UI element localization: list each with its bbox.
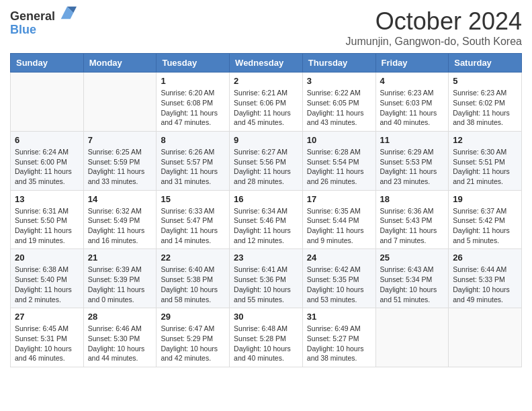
day-cell-4-0: 27Sunrise: 6:45 AM Sunset: 5:31 PM Dayli… [11,308,84,367]
header-monday: Monday [83,54,157,73]
day-number: 16 [234,194,298,204]
day-number: 29 [161,312,225,322]
day-info: Sunrise: 6:42 AM Sunset: 5:35 PM Dayligh… [307,265,371,304]
day-cell-2-1: 14Sunrise: 6:32 AM Sunset: 5:49 PM Dayli… [83,190,157,249]
day-cell-2-0: 13Sunrise: 6:31 AM Sunset: 5:50 PM Dayli… [11,190,84,249]
week-row-4: 20Sunrise: 6:38 AM Sunset: 5:40 PM Dayli… [11,249,522,308]
day-number: 26 [453,253,517,263]
week-row-3: 13Sunrise: 6:31 AM Sunset: 5:50 PM Dayli… [11,190,522,249]
day-cell-0-0 [11,73,84,132]
subtitle: Jumunjin, Gangwon-do, South Korea [346,36,522,48]
header-tuesday: Tuesday [157,54,230,73]
day-info: Sunrise: 6:44 AM Sunset: 5:33 PM Dayligh… [453,265,517,304]
week-row-5: 27Sunrise: 6:45 AM Sunset: 5:31 PM Dayli… [11,308,522,367]
day-cell-3-5: 25Sunrise: 6:43 AM Sunset: 5:34 PM Dayli… [375,249,449,308]
day-number: 14 [88,194,152,204]
day-cell-0-5: 4Sunrise: 6:23 AM Sunset: 6:03 PM Daylig… [375,73,449,132]
day-info: Sunrise: 6:49 AM Sunset: 5:27 PM Dayligh… [307,324,371,363]
day-number: 8 [161,135,225,145]
day-number: 15 [161,194,225,204]
day-info: Sunrise: 6:28 AM Sunset: 5:54 PM Dayligh… [307,147,371,187]
day-number: 13 [15,194,79,204]
day-number: 27 [15,312,79,322]
day-number: 10 [307,135,371,145]
day-number: 20 [15,253,79,263]
day-cell-0-3: 2Sunrise: 6:21 AM Sunset: 6:06 PM Daylig… [230,73,303,132]
day-info: Sunrise: 6:39 AM Sunset: 5:39 PM Dayligh… [88,265,152,304]
day-cell-2-5: 18Sunrise: 6:36 AM Sunset: 5:43 PM Dayli… [375,190,449,249]
header-thursday: Thursday [302,54,375,73]
header-friday: Friday [375,54,449,73]
header: General Blue October 2024 Jumunjin, Gang… [10,7,522,48]
day-cell-4-1: 28Sunrise: 6:46 AM Sunset: 5:30 PM Dayli… [83,308,157,367]
day-number: 5 [453,76,517,86]
logo-icon [58,3,77,22]
day-cell-3-4: 24Sunrise: 6:42 AM Sunset: 5:35 PM Dayli… [302,249,375,308]
day-info: Sunrise: 6:22 AM Sunset: 6:05 PM Dayligh… [307,88,371,128]
day-cell-2-3: 16Sunrise: 6:34 AM Sunset: 5:46 PM Dayli… [230,190,303,249]
day-info: Sunrise: 6:34 AM Sunset: 5:46 PM Dayligh… [234,206,298,246]
day-info: Sunrise: 6:20 AM Sunset: 6:08 PM Dayligh… [161,88,225,128]
day-info: Sunrise: 6:45 AM Sunset: 5:31 PM Dayligh… [15,324,79,363]
day-number: 6 [15,135,79,145]
day-info: Sunrise: 6:47 AM Sunset: 5:29 PM Dayligh… [161,324,225,363]
day-number: 7 [88,135,152,145]
day-number: 25 [380,253,445,263]
week-row-1: 1Sunrise: 6:20 AM Sunset: 6:08 PM Daylig… [11,73,522,132]
day-cell-0-4: 3Sunrise: 6:22 AM Sunset: 6:05 PM Daylig… [302,73,375,132]
day-info: Sunrise: 6:27 AM Sunset: 5:56 PM Dayligh… [234,147,298,187]
main-title: October 2024 [346,7,522,36]
week-row-2: 6Sunrise: 6:24 AM Sunset: 6:00 PM Daylig… [11,131,522,190]
day-cell-0-1 [83,73,157,132]
page-container: General Blue October 2024 Jumunjin, Gang… [0,0,532,377]
calendar-table: Sunday Monday Tuesday Wednesday Thursday… [10,53,522,367]
day-cell-1-5: 11Sunrise: 6:29 AM Sunset: 5:53 PM Dayli… [375,131,449,190]
day-cell-1-3: 9Sunrise: 6:27 AM Sunset: 5:56 PM Daylig… [230,131,303,190]
header-wednesday: Wednesday [230,54,303,73]
day-number: 4 [380,76,445,86]
day-cell-4-4: 31Sunrise: 6:49 AM Sunset: 5:27 PM Dayli… [302,308,375,367]
header-sunday: Sunday [11,54,84,73]
day-number: 19 [453,194,517,204]
day-cell-1-6: 12Sunrise: 6:30 AM Sunset: 5:51 PM Dayli… [449,131,522,190]
day-info: Sunrise: 6:35 AM Sunset: 5:44 PM Dayligh… [307,206,371,246]
day-number: 1 [161,76,225,86]
day-info: Sunrise: 6:48 AM Sunset: 5:28 PM Dayligh… [234,324,298,363]
day-number: 2 [234,76,298,86]
day-cell-0-6: 5Sunrise: 6:23 AM Sunset: 6:02 PM Daylig… [449,73,522,132]
day-info: Sunrise: 6:23 AM Sunset: 6:03 PM Dayligh… [380,88,445,128]
day-cell-1-1: 7Sunrise: 6:25 AM Sunset: 5:59 PM Daylig… [83,131,157,190]
day-number: 3 [307,76,371,86]
day-cell-3-2: 22Sunrise: 6:40 AM Sunset: 5:38 PM Dayli… [157,249,230,308]
day-number: 24 [307,253,371,263]
day-cell-4-2: 29Sunrise: 6:47 AM Sunset: 5:29 PM Dayli… [157,308,230,367]
day-info: Sunrise: 6:43 AM Sunset: 5:34 PM Dayligh… [380,265,445,304]
day-cell-2-2: 15Sunrise: 6:33 AM Sunset: 5:47 PM Dayli… [157,190,230,249]
day-cell-2-6: 19Sunrise: 6:37 AM Sunset: 5:42 PM Dayli… [449,190,522,249]
day-info: Sunrise: 6:24 AM Sunset: 6:00 PM Dayligh… [15,147,79,187]
day-info: Sunrise: 6:33 AM Sunset: 5:47 PM Dayligh… [161,206,225,246]
day-info: Sunrise: 6:23 AM Sunset: 6:02 PM Dayligh… [453,88,517,128]
day-cell-2-4: 17Sunrise: 6:35 AM Sunset: 5:44 PM Dayli… [302,190,375,249]
day-number: 12 [453,135,517,145]
day-cell-3-0: 20Sunrise: 6:38 AM Sunset: 5:40 PM Dayli… [11,249,84,308]
day-info: Sunrise: 6:21 AM Sunset: 6:06 PM Dayligh… [234,88,298,128]
day-cell-3-3: 23Sunrise: 6:41 AM Sunset: 5:36 PM Dayli… [230,249,303,308]
day-cell-1-4: 10Sunrise: 6:28 AM Sunset: 5:54 PM Dayli… [302,131,375,190]
day-number: 17 [307,194,371,204]
day-number: 31 [307,312,371,322]
day-info: Sunrise: 6:40 AM Sunset: 5:38 PM Dayligh… [161,265,225,304]
day-info: Sunrise: 6:46 AM Sunset: 5:30 PM Dayligh… [88,324,152,363]
day-cell-0-2: 1Sunrise: 6:20 AM Sunset: 6:08 PM Daylig… [157,73,230,132]
day-info: Sunrise: 6:36 AM Sunset: 5:43 PM Dayligh… [380,206,445,246]
day-number: 18 [380,194,445,204]
day-cell-1-2: 8Sunrise: 6:26 AM Sunset: 5:57 PM Daylig… [157,131,230,190]
day-number: 9 [234,135,298,145]
title-section: October 2024 Jumunjin, Gangwon-do, South… [346,7,522,48]
day-info: Sunrise: 6:29 AM Sunset: 5:53 PM Dayligh… [380,147,445,187]
day-cell-4-3: 30Sunrise: 6:48 AM Sunset: 5:28 PM Dayli… [230,308,303,367]
calendar-header-row: Sunday Monday Tuesday Wednesday Thursday… [11,54,522,73]
day-number: 22 [161,253,225,263]
day-cell-4-5 [375,308,449,367]
day-cell-1-0: 6Sunrise: 6:24 AM Sunset: 6:00 PM Daylig… [11,131,84,190]
